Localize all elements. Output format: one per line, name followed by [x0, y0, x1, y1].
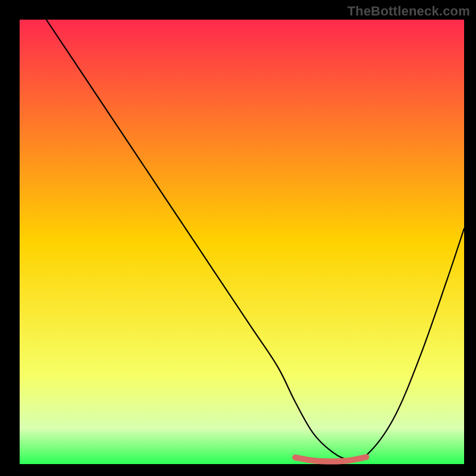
plot-background — [20, 20, 464, 464]
chart-frame: TheBottleneck.com — [0, 0, 476, 476]
watermark-text: TheBottleneck.com — [347, 4, 470, 19]
chart-canvas — [0, 0, 476, 476]
